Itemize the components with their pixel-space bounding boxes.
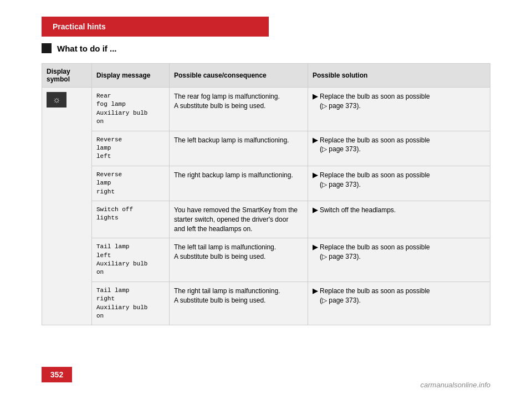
arrow-icon: ▶ bbox=[313, 287, 318, 296]
display-message-cell: Reverse lamp right bbox=[92, 166, 170, 201]
col-header-solution: Possible solution bbox=[308, 64, 490, 88]
table-row: Tail lamp right Auxiliary bulb onThe rig… bbox=[42, 282, 490, 325]
hints-table: Display symbol Display message Possible … bbox=[42, 63, 490, 325]
display-message-cell: Reverse lamp left bbox=[92, 131, 170, 166]
watermark: carmanualsonline.info bbox=[421, 381, 490, 389]
section-title-marker bbox=[42, 43, 52, 53]
header-bar: Practical hints bbox=[42, 17, 269, 37]
possible-cause-cell: The left tail lamp is malfunctioning. A … bbox=[170, 238, 308, 282]
possible-cause-cell: The rear fog lamp is malfunctioning. A s… bbox=[170, 88, 308, 131]
section-title-container: What to do if ... bbox=[42, 43, 532, 53]
section-title-text: What to do if ... bbox=[57, 44, 116, 53]
possible-cause-cell: The left backup lamp is malfunctioning. bbox=[170, 131, 308, 166]
possible-solution-cell: ▶Replace the bulb as soon as possible (▷… bbox=[308, 88, 490, 131]
possible-cause-cell: The right tail lamp is malfunctioning. A… bbox=[170, 282, 308, 325]
col-header-cause: Possible cause/consequence bbox=[170, 64, 308, 88]
lamp-icon: ☼ bbox=[47, 92, 66, 108]
possible-solution-cell: ▶Switch off the headlamps. bbox=[308, 201, 490, 238]
table-row: Reverse lamp leftThe left backup lamp is… bbox=[42, 131, 490, 166]
display-message-cell: Tail lamp right Auxiliary bulb on bbox=[92, 282, 170, 325]
arrow-icon: ▶ bbox=[313, 171, 318, 180]
table-row: Tail lamp left Auxiliary bulb onThe left… bbox=[42, 238, 490, 282]
page-number: 352 bbox=[50, 370, 63, 379]
display-message-cell: Tail lamp left Auxiliary bulb on bbox=[92, 238, 170, 282]
col-header-symbol: Display symbol bbox=[42, 64, 92, 88]
solution-text: Replace the bulb as soon as possible (▷ … bbox=[320, 243, 430, 262]
solution-text: Replace the bulb as soon as possible (▷ … bbox=[320, 171, 430, 190]
main-table-container: Display symbol Display message Possible … bbox=[42, 63, 490, 325]
arrow-icon: ▶ bbox=[313, 92, 318, 101]
solution-text: Replace the bulb as soon as possible (▷ … bbox=[320, 92, 430, 111]
table-row: Switch off lightsYou have removed the Sm… bbox=[42, 201, 490, 238]
solution-text: Switch off the headlamps. bbox=[320, 206, 396, 215]
possible-cause-cell: The right backup lamp is malfunctioning. bbox=[170, 166, 308, 201]
page-number-badge: 352 bbox=[42, 367, 72, 382]
arrow-icon: ▶ bbox=[313, 243, 318, 252]
display-message-cell: Switch off lights bbox=[92, 201, 170, 238]
display-symbol-cell: ☼ bbox=[42, 88, 92, 325]
possible-solution-cell: ▶Replace the bulb as soon as possible (▷… bbox=[308, 166, 490, 201]
table-header-row: Display symbol Display message Possible … bbox=[42, 64, 490, 88]
solution-text: Replace the bulb as soon as possible (▷ … bbox=[320, 287, 430, 305]
arrow-icon: ▶ bbox=[313, 136, 318, 145]
possible-solution-cell: ▶Replace the bulb as soon as possible (▷… bbox=[308, 238, 490, 282]
table-row: ☼Rear fog lamp Auxiliary bulb onThe rear… bbox=[42, 88, 490, 131]
header-title: Practical hints bbox=[53, 22, 106, 31]
possible-solution-cell: ▶Replace the bulb as soon as possible (▷… bbox=[308, 282, 490, 325]
arrow-icon: ▶ bbox=[313, 206, 318, 215]
solution-text: Replace the bulb as soon as possible (▷ … bbox=[320, 136, 430, 155]
display-message-cell: Rear fog lamp Auxiliary bulb on bbox=[92, 88, 170, 131]
possible-solution-cell: ▶Replace the bulb as soon as possible (▷… bbox=[308, 131, 490, 166]
table-row: Reverse lamp rightThe right backup lamp … bbox=[42, 166, 490, 201]
possible-cause-cell: You have removed the SmartKey from the s… bbox=[170, 201, 308, 238]
col-header-message: Display message bbox=[92, 64, 170, 88]
